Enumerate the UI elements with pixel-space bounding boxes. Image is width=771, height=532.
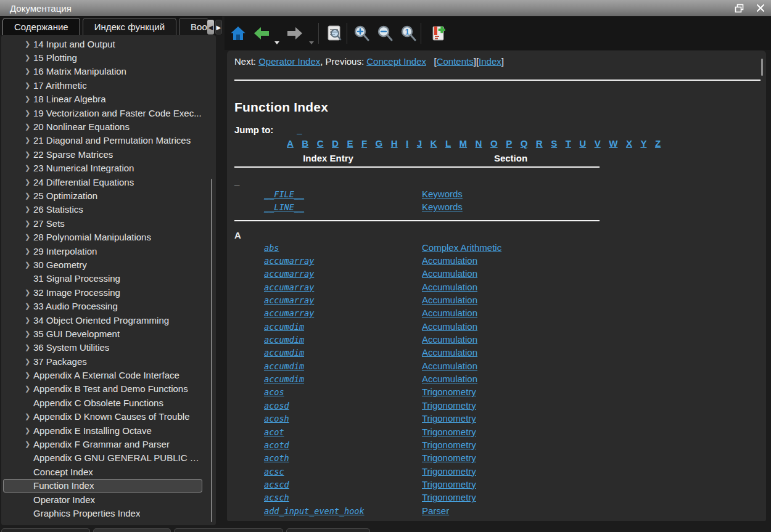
jump-letter-link[interactable]: X xyxy=(626,138,632,149)
cut-off-button[interactable] xyxy=(93,528,171,532)
tree-item[interactable]: ❯Concept Index xyxy=(3,465,202,478)
sidebar-scrollbar-thumb[interactable] xyxy=(211,179,213,522)
section-link[interactable]: Trigonometry xyxy=(422,440,476,450)
jump-letter-link[interactable]: Y xyxy=(640,138,646,149)
tree-item[interactable]: ❯15 Plotting xyxy=(3,51,202,64)
function-link[interactable]: acoth xyxy=(249,453,289,463)
tree-item[interactable]: ❯21 Diagonal and Permutation Matrices xyxy=(3,134,202,147)
cut-off-button[interactable] xyxy=(174,528,283,532)
section-link[interactable]: Accumulation xyxy=(422,361,477,371)
jump-underscore-link[interactable]: _ xyxy=(297,125,302,135)
section-link[interactable]: Trigonometry xyxy=(422,479,476,489)
chevron-right-icon[interactable]: ❯ xyxy=(22,412,33,420)
chevron-right-icon[interactable]: ❯ xyxy=(22,289,33,297)
chevron-right-icon[interactable]: ❯ xyxy=(22,440,33,448)
close-icon[interactable] xyxy=(755,2,766,14)
tree-item[interactable]: ❯33 Audio Processing xyxy=(3,299,202,313)
tree-item[interactable]: ❯29 Interpolation xyxy=(3,244,202,258)
section-link[interactable]: Accumulation xyxy=(422,347,477,358)
jump-letter-link[interactable]: E xyxy=(347,138,353,149)
tab-contents[interactable]: Содержание xyxy=(2,18,80,35)
section-link[interactable]: Parser xyxy=(422,505,449,516)
section-link[interactable]: Trigonometry xyxy=(422,492,476,502)
tree-item[interactable]: ❯32 Image Processing xyxy=(3,285,202,299)
tree-item[interactable]: ❯Appendix A External Code Interface xyxy=(3,368,202,382)
jump-letter-link[interactable]: J xyxy=(417,138,422,149)
section-link[interactable]: Keywords xyxy=(422,189,463,199)
section-link[interactable]: Trigonometry xyxy=(422,400,476,411)
jump-letter-link[interactable]: R xyxy=(536,138,543,149)
tree-item[interactable]: ❯19 Vectorization and Faster Code Exec..… xyxy=(3,106,202,120)
tree-item[interactable]: ❯17 Arithmetic xyxy=(3,78,202,92)
section-link[interactable]: Trigonometry xyxy=(422,427,476,437)
find-in-page-icon[interactable] xyxy=(326,25,343,42)
function-link[interactable]: accumdim xyxy=(249,374,304,384)
chevron-right-icon[interactable]: ❯ xyxy=(22,358,33,366)
section-link[interactable]: Trigonometry xyxy=(422,452,476,463)
function-link[interactable]: acot xyxy=(249,427,284,437)
function-link[interactable]: accumarray xyxy=(249,282,314,292)
section-link[interactable]: Accumulation xyxy=(422,268,477,279)
function-link[interactable]: accumdim xyxy=(249,361,304,371)
tree-item[interactable]: ❯20 Nonlinear Equations xyxy=(3,120,202,133)
chevron-right-icon[interactable]: ❯ xyxy=(22,109,33,117)
tree-item[interactable]: ❯18 Linear Algebra xyxy=(3,92,202,106)
section-link[interactable]: Accumulation xyxy=(422,295,477,305)
function-link[interactable]: accumdim xyxy=(249,335,304,345)
function-link[interactable]: acos xyxy=(249,387,284,397)
function-link[interactable]: abs xyxy=(249,243,279,253)
tab-scroll-right-icon[interactable]: ▶ xyxy=(215,20,222,35)
section-link[interactable]: Accumulation xyxy=(422,282,477,292)
chevron-right-icon[interactable]: ❯ xyxy=(22,205,33,213)
nav-previous-link[interactable]: Concept Index xyxy=(366,56,426,67)
zoom-in-icon[interactable] xyxy=(353,25,370,42)
tree-item[interactable]: ❯35 GUI Development xyxy=(3,327,202,340)
tree-item[interactable]: ❯Operator Index xyxy=(3,493,202,506)
tree-item[interactable]: ❯22 Sparse Matrices xyxy=(3,147,202,161)
tree-item[interactable]: ❯31 Signal Processing xyxy=(3,272,202,285)
tree-item[interactable]: ❯24 Differential Equations xyxy=(3,175,202,189)
function-link[interactable]: acosd xyxy=(249,401,289,411)
chevron-right-icon[interactable]: ❯ xyxy=(22,123,33,131)
function-link[interactable]: acsc xyxy=(249,467,284,477)
nav-contents-link[interactable]: Contents xyxy=(437,56,474,67)
tree-item[interactable]: ❯25 Optimization xyxy=(3,189,202,202)
jump-letter-link[interactable]: N xyxy=(476,138,482,149)
chevron-right-icon[interactable]: ❯ xyxy=(22,371,33,379)
section-link[interactable]: Complex Arithmetic xyxy=(422,242,501,253)
function-link[interactable]: accumarray xyxy=(249,295,314,305)
function-link[interactable]: accumarray xyxy=(249,269,314,279)
tree-item[interactable]: ❯Graphics Properties Index xyxy=(3,506,202,520)
jump-letter-link[interactable]: Q xyxy=(521,138,528,149)
jump-letter-link[interactable]: T xyxy=(566,138,571,149)
chevron-right-icon[interactable]: ❯ xyxy=(22,67,33,75)
chevron-right-icon[interactable]: ❯ xyxy=(22,427,33,435)
tree-item[interactable]: ❯27 Sets xyxy=(3,216,202,230)
chevron-right-icon[interactable]: ❯ xyxy=(22,385,33,393)
jump-letter-link[interactable]: H xyxy=(391,138,398,149)
nav-next-link[interactable]: Operator Index xyxy=(258,56,320,67)
tab-scroll-left-icon[interactable]: ◀ xyxy=(207,20,214,35)
chevron-right-icon[interactable]: ❯ xyxy=(22,178,33,186)
cut-off-button[interactable] xyxy=(1,528,90,532)
tree-item[interactable]: ❯26 Statistics xyxy=(3,203,202,216)
tree-item[interactable]: ❯Appendix B Test and Demo Functions xyxy=(3,382,202,396)
jump-letter-link[interactable]: P xyxy=(506,138,512,149)
function-link[interactable]: acsch xyxy=(249,493,289,502)
function-link[interactable]: __FILE__ xyxy=(249,189,304,199)
jump-letter-link[interactable]: C xyxy=(317,138,324,149)
tree-item[interactable]: ❯30 Geometry xyxy=(3,258,202,271)
zoom-original-icon[interactable]: 1 xyxy=(400,25,417,42)
chevron-right-icon[interactable]: ❯ xyxy=(22,40,33,48)
tree-item[interactable]: ❯28 Polynomial Manipulations xyxy=(3,230,202,243)
jump-letter-link[interactable]: S xyxy=(551,138,557,149)
jump-letter-link[interactable]: V xyxy=(595,138,601,149)
jump-letter-link[interactable]: D xyxy=(332,138,339,149)
chevron-right-icon[interactable]: ❯ xyxy=(22,164,33,172)
tree-item[interactable]: ❯Appendix F Grammar and Parser xyxy=(3,437,202,451)
restore-icon[interactable] xyxy=(734,2,745,14)
jump-letter-link[interactable]: K xyxy=(431,138,437,149)
section-link[interactable]: Trigonometry xyxy=(422,387,476,397)
jump-letter-link[interactable]: L xyxy=(445,138,451,149)
tree-item[interactable]: ❯14 Input and Output xyxy=(3,37,202,51)
